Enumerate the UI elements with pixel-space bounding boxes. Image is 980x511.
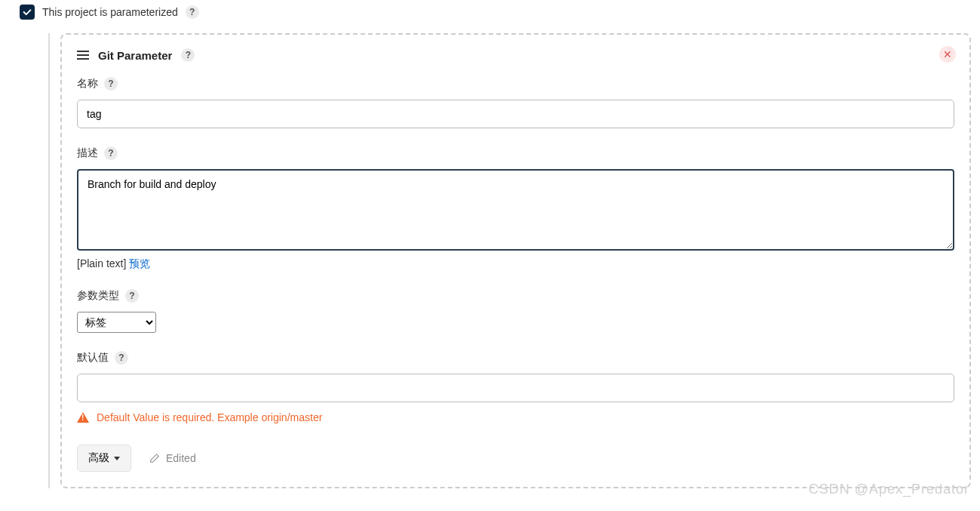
- warning-icon: [77, 412, 89, 423]
- chevron-down-icon: [114, 457, 120, 460]
- advanced-label: 高级: [88, 451, 109, 465]
- help-icon[interactable]: ?: [125, 289, 139, 303]
- checkmark-icon: [22, 7, 32, 17]
- description-textarea[interactable]: [77, 169, 954, 251]
- close-icon: ✕: [943, 49, 952, 60]
- type-select[interactable]: 标签: [77, 312, 156, 333]
- help-icon[interactable]: ?: [186, 5, 199, 19]
- description-label: 描述: [77, 146, 98, 160]
- parameterized-label: This project is parameterized: [42, 6, 178, 18]
- help-icon[interactable]: ?: [104, 146, 118, 160]
- parameterized-checkbox[interactable]: [20, 5, 35, 20]
- close-button[interactable]: ✕: [939, 46, 956, 63]
- description-hint: [Plain text] 预览: [77, 257, 954, 271]
- warning-text: Default Value is required. Example origi…: [97, 411, 322, 423]
- default-value-label: 默认值: [77, 351, 109, 365]
- edited-label: Edited: [166, 452, 196, 464]
- help-icon[interactable]: ?: [115, 351, 128, 365]
- plain-text-label: [Plain text]: [77, 257, 129, 269]
- pencil-icon: [149, 453, 160, 463]
- parameter-card: ✕ Git Parameter ? 名称 ? 描述 ? [Plain text]…: [60, 33, 971, 488]
- default-value-input[interactable]: [77, 374, 954, 402]
- name-label: 名称: [77, 77, 98, 91]
- preview-link[interactable]: 预览: [129, 257, 150, 269]
- edited-indicator: Edited: [149, 452, 196, 464]
- parameter-title: Git Parameter: [98, 49, 172, 62]
- help-icon[interactable]: ?: [104, 77, 118, 91]
- type-label: 参数类型: [77, 289, 119, 303]
- help-icon[interactable]: ?: [181, 48, 195, 62]
- advanced-button[interactable]: 高级: [77, 445, 131, 472]
- name-input[interactable]: [77, 100, 954, 128]
- drag-handle-icon[interactable]: [77, 51, 89, 60]
